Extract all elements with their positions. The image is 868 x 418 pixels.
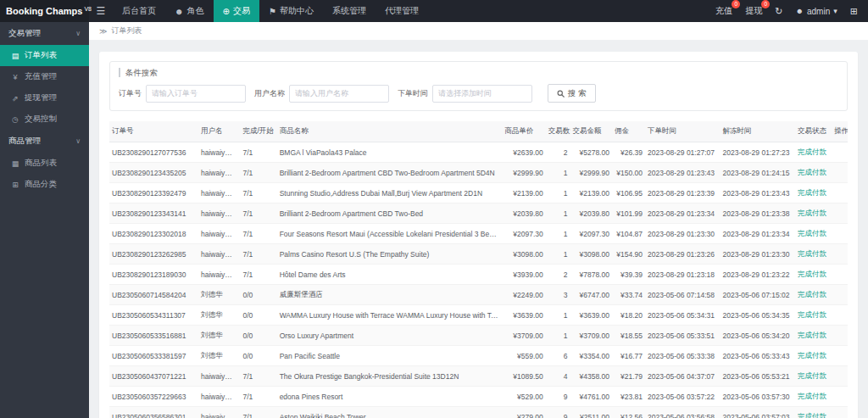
breadcrumb-label: 订单列表 [111,25,142,36]
username-input[interactable] [289,85,389,103]
sidebar-section-goods-manage[interactable]: 商品管理∨ [0,130,89,153]
cell-order_time: 2023-05-06 05:34:31 [645,305,721,326]
nav-item-trade[interactable]: ⊕交易 [214,0,259,22]
cell-qty: 3 [546,285,570,305]
cell-amount: ¥3639.00 [570,305,612,326]
order-time-input[interactable] [432,85,532,103]
cell-qty: 9 [546,387,570,407]
cell-commission: ¥12.56 [612,407,645,418]
cell-order_time: 2023-08-29 01:23:34 [645,203,721,224]
cell-username: haiwaiymcom [198,163,240,183]
logo-version: V8 [84,6,92,12]
cell-op [832,285,848,305]
cell-username: 刘德华 [198,305,240,326]
sidebar-item-order-list[interactable]: ▤订单列表 [0,45,89,66]
cell-ratio: 7/1 [240,183,276,203]
cell-commission: ¥150.00 [612,163,645,183]
cell-order_no: UB2308290123189030 [109,265,198,285]
cell-commission: ¥154.90 [612,244,645,265]
order-no-input[interactable] [146,85,246,103]
cell-order_no: UB2305060357229663 [109,387,198,407]
recharge-link[interactable]: 充值 0 [715,5,732,17]
apps-icon[interactable]: ⊞ [850,6,858,17]
cell-amount: ¥2999.90 [570,163,612,183]
cell-order_no: UB2305060714584204 [109,285,198,305]
withdraw-link[interactable]: 提现 0 [745,5,762,17]
refresh-icon[interactable]: ↻ [775,6,782,17]
cell-qty: 9 [546,407,570,418]
cell-commission: ¥39.39 [612,265,645,285]
cell-status: 完成付款 [795,163,832,183]
sidebar-item-label: 商品分类 [25,179,57,190]
cell-status: 完成付款 [795,285,832,305]
globe-icon: ⊕ [223,7,230,16]
table-row: UB2305060533516881刘德华0/0Orso Luxury Apar… [109,326,848,346]
username-label: 用户名称 [254,88,285,99]
cell-commission: ¥18.55 [612,326,645,346]
nav-item-help[interactable]: ⚑帮助中心 [259,0,323,22]
cell-price: ¥1089.50 [502,366,545,387]
cell-order_time: 2023-05-06 04:37:07 [645,366,721,387]
nav-item-role[interactable]: ☻角色 [165,0,214,22]
hamburger-icon[interactable]: ☰ [89,0,113,22]
logo-text: Booking Champs [6,6,82,16]
cell-product: Brilliant 2-Bedroom Apartment CBD Two-Be… [277,203,503,224]
table-row: UB2308290123302018haiwaiymcom7/1Four Sea… [109,224,848,244]
nav-item-agent[interactable]: 代理管理 [376,0,428,22]
status-badge: 完成付款 [798,331,826,339]
chevron-down-icon: ∨ [75,30,81,37]
cell-order_no: UB2305060356586301 [109,407,198,418]
cell-product: Orso Luxury Apartment [277,326,503,346]
cell-qty: 4 [546,366,570,387]
cell-product: BMGA l ViaPaola43 Palace [277,142,503,163]
nav-item-home[interactable]: 后台首页 [113,0,165,22]
status-badge: 完成付款 [798,310,826,319]
status-badge: 完成付款 [798,168,826,176]
nav-item-label: 代理管理 [385,5,419,17]
recharge-badge: 0 [732,0,740,8]
cell-username: haiwaiymcom [198,203,240,224]
cell-amount: ¥7878.00 [570,265,612,285]
cell-commission: ¥104.87 [612,224,645,244]
cell-unfreeze_time: 2023-05-06 05:33:43 [721,346,796,366]
cell-op [832,407,848,418]
sidebar-section-trade-manage[interactable]: 交易管理∨ [0,22,89,45]
sidebar-item-recharge-manage[interactable]: ¥充值管理 [0,66,89,87]
cell-unfreeze_time: 2023-08-29 01:24:15 [721,163,796,183]
cell-qty: 1 [546,305,570,326]
cell-product: Stunning Studio,Address Dubai Mall,Burj … [277,183,503,203]
nav-item-system[interactable]: 系统管理 [323,0,376,22]
cell-username: haiwaiymcom [198,407,240,418]
cell-ratio: 0/0 [240,326,276,346]
person-icon: ☻ [175,7,184,16]
sidebar-item-goods-list[interactable]: ▦商品列表 [0,153,89,174]
cell-order_no: UB2305060437071221 [109,366,198,387]
search-panel: 条件搜索 订单号 用户名称 下单时间 搜 索 [109,61,848,111]
cell-qty: 2 [546,142,570,163]
table-row: UB2308290123262985haiwaiymcom7/1Palms Ca… [109,244,848,265]
order-icon: ▤ [11,52,19,60]
app-logo: Booking ChampsV8 [0,0,89,22]
cell-op [832,142,848,163]
sidebar-item-withdraw-manage[interactable]: ⇗提现管理 [0,87,89,109]
cell-status: 完成付款 [795,203,832,224]
col-header-commission: 佣金 [612,121,645,142]
sidebar-item-trade-control[interactable]: ◷交易控制 [0,109,89,130]
table-row: UB2305060533381597刘德华0/0Pan Pacific Seat… [109,346,848,366]
col-header-unfreeze_time: 解冻时间 [721,121,796,142]
table-row: UB2305060534311307刘德华0/0WAMMA Luxury Hou… [109,305,848,326]
cell-amount: ¥3098.00 [570,244,612,265]
cell-status: 完成付款 [795,366,832,387]
nav-item-label: 交易 [233,5,250,17]
search-button[interactable]: 搜 索 [548,84,596,103]
sidebar-item-goods-category[interactable]: ⊞商品分类 [0,174,89,195]
cell-price: ¥529.00 [502,387,545,407]
col-header-price: 商品单价 [502,121,545,142]
cell-unfreeze_time: 2023-08-29 01:23:34 [721,224,796,244]
cell-username: 刘德华 [198,285,240,305]
topbar-nav: 后台首页☻角色⊕交易⚑帮助中心系统管理代理管理 [113,0,428,22]
admin-menu[interactable]: ☻ admin ▾ [796,7,837,16]
status-badge: 完成付款 [798,209,826,217]
sidebar-item-label: 交易控制 [25,114,57,125]
cell-qty: 1 [546,203,570,224]
